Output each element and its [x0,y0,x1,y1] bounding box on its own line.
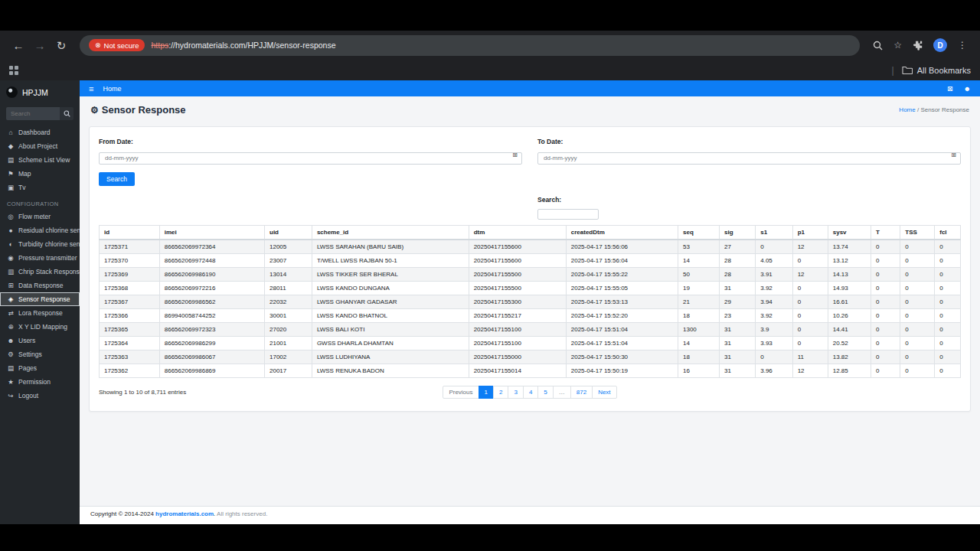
sidebar-item-residual-chlorine-sensor[interactable]: ●Residual chlorine sensor [0,223,80,237]
sidebar-menu: ⌂Dashboard◆About Project▤Scheme List Vie… [0,126,80,403]
sidebar-item-logout[interactable]: ↪Logout [0,389,80,403]
sidebar-search-button[interactable] [60,107,74,120]
table-cell: 0 [900,309,935,323]
to-date-wrap: ⊞ [537,149,961,165]
not-secure-badge[interactable]: ⊗ Not secure [89,39,145,51]
table-cell: 20250417155014 [469,364,566,378]
table-row: 172536986656206998619013014LWSS TIKKER S… [100,268,961,282]
from-date-label: From Date: [99,138,522,145]
forward-icon[interactable]: → [29,40,51,51]
column-header-sig[interactable]: sig [720,226,756,240]
sidebar-item-flow-meter[interactable]: ◎Flow meter [0,210,80,223]
mapping-icon: ⊕ [7,323,15,331]
table-cell: 4.05 [756,254,792,268]
pagination-page-872[interactable]: 872 [570,386,593,399]
table-cell: 0 [792,282,828,295]
main-area: ≡ Home ⊠ ☻ ⚙ Sensor Response Home / Sens… [80,80,980,524]
table-cell: 0 [792,254,828,268]
column-header-scheme-id[interactable]: scheme_id [312,226,469,240]
table-cell: 2025-04-17 15:53:13 [566,295,678,309]
column-header-id[interactable]: id [100,226,160,240]
column-header-fcl[interactable]: fcl [935,226,961,240]
topnav-home-link[interactable]: Home [103,85,121,93]
bookmark-star-icon[interactable]: ☆ [893,41,902,50]
pagination-page-1[interactable]: 1 [479,386,494,399]
column-header-createddtm[interactable]: createdDtm [566,226,678,240]
apps-grid-icon[interactable] [9,66,18,75]
table-cell: 866562069972364 [159,240,264,254]
column-header-t[interactable]: T [871,226,900,240]
pagination-next[interactable]: Next [592,386,616,399]
calendar-icon[interactable]: ⊞ [512,152,518,158]
column-header-seq[interactable]: seq [678,226,720,240]
breadcrumb-home-link[interactable]: Home [899,106,915,113]
pagination-page-3[interactable]: 3 [508,386,523,399]
reload-icon[interactable]: ↻ [51,40,72,51]
sidebar-item-lora-response[interactable]: ⇄Lora Response [0,306,80,320]
pagination-page-2[interactable]: 2 [493,386,508,399]
sidebar-search-input[interactable] [6,107,60,120]
to-date-input[interactable] [537,152,961,165]
table-cell: 0 [900,337,935,350]
profile-avatar[interactable]: D [933,38,947,52]
sidebar-item-map[interactable]: ⚑Map [0,167,80,181]
sidebar-item-pressure-transmitter[interactable]: ◉Pressure transmitter [0,251,80,265]
table-cell: 0 [935,350,961,364]
url-scheme: https [151,41,168,50]
table-cell: 1725363 [100,350,160,364]
sidebar-item-x-y-lid-mapping[interactable]: ⊕X Y LID Mapping [0,320,80,334]
sidebar-item-about-project[interactable]: ◆About Project [0,139,80,153]
all-bookmarks-button[interactable]: All Bookmarks [902,66,971,75]
column-header-imei[interactable]: imei [159,226,264,240]
footer-site-link[interactable]: hydromaterials.com [155,510,214,517]
table-cell: 27 [720,240,756,254]
sidebar-item-pages[interactable]: ▤Pages [0,361,80,375]
table-cell: 22032 [265,295,312,309]
fullscreen-icon[interactable]: ⊠ [947,85,953,93]
sidebar-item-turbidity-chlorine-sensor[interactable]: ◐Turbidity chlorine sensor [0,237,80,251]
table-cell: 0 [900,295,935,309]
address-bar[interactable]: ⊗ Not secure https://hydromaterials.com/… [80,35,860,56]
table-cell: 1725367 [100,295,160,309]
table-cell: LWSS KANDO DUNGANA [312,282,469,295]
back-icon[interactable]: ← [8,40,29,51]
breadcrumb-current: Sensor Response [920,106,969,113]
table-row: 172537186656206997236412005LWSS SARAHAN … [100,240,961,254]
column-header-p1[interactable]: p1 [792,226,828,240]
zoom-icon[interactable] [873,41,883,51]
hamburger-icon[interactable]: ≡ [89,84,93,93]
sidebar-item-users[interactable]: ☻Users [0,334,80,347]
column-header-dtm[interactable]: dtm [469,226,566,240]
sidebar-item-permission[interactable]: ★Permission [0,375,80,389]
from-date-input[interactable] [99,152,522,165]
breadcrumb-separator: / [917,106,919,113]
pagination-page-4[interactable]: 4 [523,386,538,399]
calendar-icon[interactable]: ⊞ [951,152,956,158]
sidebar-item-data-response[interactable]: ⊞Data Response [0,279,80,292]
table-cell: 2025-04-17 15:56:04 [566,254,678,268]
browser-menu-icon[interactable]: ⋮ [958,41,967,50]
sidebar-item-chrip-stack-response[interactable]: ▥Chrip Stack Response [0,265,80,279]
table-search-input[interactable] [537,209,599,220]
column-header-tss[interactable]: TSS [900,226,935,240]
extensions-icon[interactable] [913,41,923,51]
sidebar-item-settings[interactable]: ⚙Settings [0,347,80,361]
chlorine-sensor-icon: ● [7,227,15,234]
sensor-response-icon: ◈ [7,295,15,303]
column-header-sysv[interactable]: sysv [828,226,871,240]
user-icon[interactable]: ☻ [964,85,971,93]
column-header-uid[interactable]: uid [265,226,312,240]
pagination-page-5[interactable]: 5 [537,386,553,399]
sidebar-item-tv[interactable]: ▣Tv [0,181,80,194]
pagination-previous[interactable]: Previous [443,386,479,399]
sidebar-item-dashboard[interactable]: ⌂Dashboard [0,126,80,139]
column-header-s1[interactable]: s1 [756,226,792,240]
table-cell: 1725364 [100,337,160,350]
sensor-response-table: idimeiuidscheme_iddtmcreatedDtmseqsigs1p… [99,225,961,378]
sidebar-item-scheme-list-view[interactable]: ▤Scheme List View [0,153,80,167]
search-button[interactable]: Search [99,172,135,186]
map-icon: ⚑ [7,170,15,178]
sidebar-item-sensor-response[interactable]: ◈Sensor Response [0,292,80,306]
sidebar-item-label: Lora Response [18,309,63,317]
brand[interactable]: HPJJM [0,80,80,103]
